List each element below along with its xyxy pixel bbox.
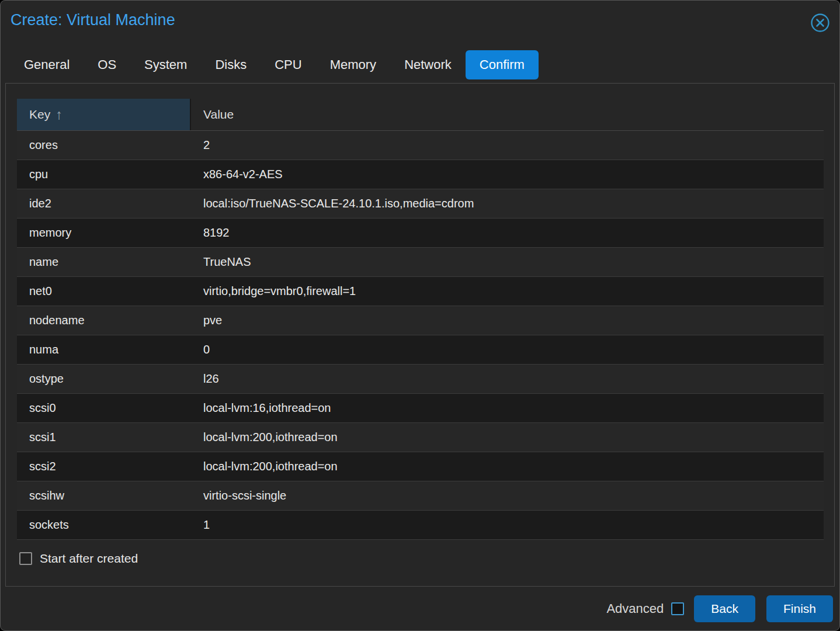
table-row-cpu[interactable]: cpux86-64-v2-AES bbox=[17, 160, 824, 189]
tab-memory[interactable]: Memory bbox=[316, 50, 390, 79]
tab-os[interactable]: OS bbox=[84, 50, 130, 79]
back-button[interactable]: Back bbox=[694, 595, 755, 622]
dialog-title: Create: Virtual Machine bbox=[11, 11, 175, 29]
table-row-ostype[interactable]: ostypel26 bbox=[17, 365, 824, 394]
tab-cpu[interactable]: CPU bbox=[261, 50, 315, 79]
row-value: virtio-scsi-single bbox=[191, 489, 824, 502]
table-row-scsi1[interactable]: scsi1local-lvm:200,iothread=on bbox=[17, 423, 824, 452]
start-after-created-label: Start after created bbox=[40, 552, 138, 566]
advanced-label: Advanced bbox=[606, 601, 664, 616]
confirm-settings-table: Key ↑ Value cores2 cpux86-64-v2-AES ide2… bbox=[17, 99, 824, 540]
row-key: ide2 bbox=[17, 197, 191, 210]
row-key: numa bbox=[17, 343, 191, 356]
table-row-scsi0[interactable]: scsi0local-lvm:16,iothread=on bbox=[17, 394, 824, 423]
sort-asc-icon: ↑ bbox=[55, 108, 63, 122]
row-key: scsihw bbox=[17, 489, 191, 502]
column-header-value[interactable]: Value bbox=[191, 99, 824, 130]
row-key: nodename bbox=[17, 314, 191, 327]
row-key: cores bbox=[17, 138, 191, 152]
row-key: scsi0 bbox=[17, 401, 191, 415]
table-header-row: Key ↑ Value bbox=[17, 99, 824, 131]
table-row-memory[interactable]: memory8192 bbox=[17, 219, 824, 248]
table-row-name[interactable]: nameTrueNAS bbox=[17, 248, 824, 277]
table-row-ide2[interactable]: ide2local:iso/TrueNAS-SCALE-24.10.1.iso,… bbox=[17, 189, 824, 219]
row-value: x86-64-v2-AES bbox=[191, 168, 824, 181]
row-value: pve bbox=[191, 314, 824, 327]
table-row-numa[interactable]: numa0 bbox=[17, 335, 824, 365]
row-value: virtio,bridge=vmbr0,firewall=1 bbox=[191, 285, 824, 298]
row-value: local:iso/TrueNAS-SCALE-24.10.1.iso,medi… bbox=[191, 197, 824, 210]
table-row-sockets[interactable]: sockets1 bbox=[17, 511, 824, 540]
row-key: ostype bbox=[17, 372, 191, 386]
footer-bar: Advanced Back Finish bbox=[606, 595, 833, 622]
row-value: local-lvm:16,iothread=on bbox=[191, 401, 824, 415]
start-after-created-checkbox[interactable] bbox=[19, 552, 32, 565]
table-row-scsi2[interactable]: scsi2local-lvm:200,iothread=on bbox=[17, 452, 824, 481]
table-row-scsihw[interactable]: scsihwvirtio-scsi-single bbox=[17, 481, 824, 511]
row-value: TrueNAS bbox=[191, 255, 824, 269]
row-value: 0 bbox=[191, 343, 824, 356]
row-value: 2 bbox=[191, 138, 824, 152]
advanced-checkbox[interactable] bbox=[671, 602, 684, 615]
row-value: local-lvm:200,iothread=on bbox=[191, 460, 824, 473]
column-header-value-label: Value bbox=[203, 108, 234, 122]
table-body: cores2 cpux86-64-v2-AES ide2local:iso/Tr… bbox=[17, 131, 824, 540]
row-key: name bbox=[17, 255, 191, 269]
row-key: sockets bbox=[17, 518, 191, 532]
row-value: local-lvm:200,iothread=on bbox=[191, 431, 824, 444]
column-header-key[interactable]: Key ↑ bbox=[17, 99, 191, 130]
tab-confirm[interactable]: Confirm bbox=[466, 50, 539, 79]
row-key: net0 bbox=[17, 285, 191, 298]
tab-network[interactable]: Network bbox=[390, 50, 466, 79]
row-key: memory bbox=[17, 226, 191, 240]
row-key: cpu bbox=[17, 168, 191, 181]
row-value: 1 bbox=[191, 518, 824, 532]
row-key: scsi2 bbox=[17, 460, 191, 473]
create-vm-dialog: Create: Virtual Machine General OS Syste… bbox=[0, 0, 840, 631]
tab-general[interactable]: General bbox=[10, 50, 84, 79]
row-key: scsi1 bbox=[17, 431, 191, 444]
finish-button[interactable]: Finish bbox=[766, 595, 833, 622]
tab-system[interactable]: System bbox=[130, 50, 201, 79]
table-row-net0[interactable]: net0virtio,bridge=vmbr0,firewall=1 bbox=[17, 277, 824, 306]
column-header-key-label: Key bbox=[29, 108, 50, 122]
table-row-nodename[interactable]: nodenamepve bbox=[17, 306, 824, 335]
close-icon[interactable] bbox=[810, 12, 831, 33]
content-panel: Key ↑ Value cores2 cpux86-64-v2-AES ide2… bbox=[5, 83, 835, 587]
start-after-created-row: Start after created bbox=[19, 552, 834, 566]
row-value: l26 bbox=[191, 372, 824, 386]
row-value: 8192 bbox=[191, 226, 824, 240]
table-row-cores[interactable]: cores2 bbox=[17, 131, 824, 160]
tab-bar: General OS System Disks CPU Memory Netwo… bbox=[10, 50, 539, 79]
tab-disks[interactable]: Disks bbox=[201, 50, 261, 79]
